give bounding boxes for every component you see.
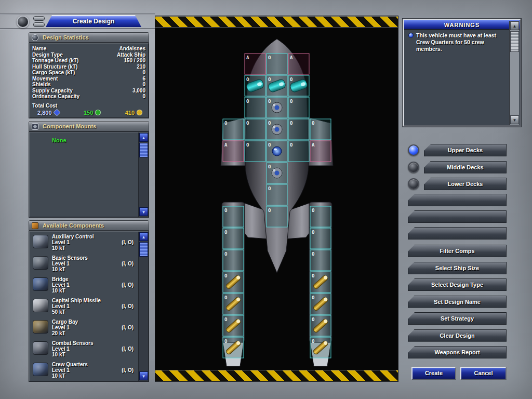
- component-mounts-panel: None: [29, 131, 149, 218]
- hazard-stripe-bottom: [155, 370, 398, 381]
- page-title: Create Design: [46, 15, 141, 27]
- warnings-list: This vehicle must have at least Crew Qua…: [406, 30, 506, 122]
- component-slot[interactable]: O: [310, 337, 331, 358]
- capital-ship-missile-list-item[interactable]: Capital Ship MissileLevel 150 kT(I, O): [30, 296, 138, 317]
- armor-slot[interactable]: A: [223, 141, 244, 162]
- cargo-bay-list-item[interactable]: Cargo BayLevel 120 kT(I, O): [30, 317, 138, 338]
- scroll-up-button[interactable]: [139, 232, 148, 241]
- scroll-thumb[interactable]: [139, 143, 148, 157]
- weapons-report-button[interactable]: Weapons Report: [408, 346, 507, 358]
- component-slot[interactable]: O: [245, 97, 265, 118]
- component-slot[interactable]: O: [223, 294, 244, 314]
- lower-decks-radio[interactable]: [408, 178, 419, 190]
- middle-decks-button[interactable]: Middle Decks: [424, 161, 507, 174]
- stat-label: Supply Capacity: [32, 88, 73, 94]
- scroll-up-button[interactable]: [139, 133, 148, 142]
- middle-decks-radio[interactable]: [408, 162, 419, 173]
- lower-decks-button[interactable]: Lower Decks: [424, 178, 507, 190]
- hazard-stripe-top: [155, 16, 398, 28]
- filter-comps-button[interactable]: Filter Comps: [408, 245, 507, 257]
- component-slot[interactable]: O: [288, 119, 309, 140]
- stat-row: Ordnance Capacity0: [32, 94, 145, 100]
- window-control-knob[interactable]: [17, 16, 29, 28]
- groove-line: [0, 28, 155, 30]
- component-slot[interactable]: O: [310, 294, 331, 314]
- upper-decks-row: Upper Decks: [408, 144, 507, 156]
- ship-design-grid[interactable]: AOAOOOOOOOOOOOAOOOAOOOOOOOOOOOOOOOOO: [177, 28, 377, 370]
- armor-slot[interactable]: A: [310, 141, 331, 162]
- component-slot[interactable]: O: [267, 206, 287, 227]
- component-slot[interactable]: O: [223, 228, 244, 249]
- combat-sensors-list-item[interactable]: Combat SensorsLevel 110 kT(I, O): [30, 338, 138, 360]
- component-slot[interactable]: O: [310, 272, 331, 292]
- scroll-down-button[interactable]: [139, 207, 148, 216]
- create-button[interactable]: Create: [411, 367, 456, 380]
- armor-slot[interactable]: A: [288, 54, 309, 74]
- component-slot[interactable]: O: [310, 250, 331, 271]
- slot-label: O: [224, 230, 228, 235]
- upper-decks-button[interactable]: Upper Decks: [424, 144, 507, 156]
- component-slot[interactable]: O: [223, 250, 244, 271]
- slot-label: O: [246, 121, 249, 126]
- empty-slot-bar: [408, 227, 507, 240]
- component-slot[interactable]: O: [223, 119, 244, 140]
- groove-line: [0, 14, 155, 15]
- empty-slot-bar: [408, 210, 507, 223]
- total-cost-minerals: 2,800: [37, 110, 60, 116]
- component-slot-types: (I, O): [122, 367, 134, 373]
- scroll-down-button[interactable]: [139, 371, 148, 380]
- component-slot[interactable]: O: [223, 272, 244, 292]
- scroll-down-button[interactable]: [510, 115, 519, 124]
- component-slot[interactable]: O: [245, 75, 265, 96]
- dome-component-icon: [272, 147, 282, 156]
- component-slot[interactable]: O: [310, 228, 331, 249]
- auxiliary-control-list-item[interactable]: Auxiliary ControlLevel 110 kT(I, O): [30, 232, 138, 253]
- slot-label: O: [312, 273, 315, 278]
- component-slot[interactable]: O: [288, 141, 309, 162]
- component-slot[interactable]: O: [223, 206, 244, 227]
- component-slot[interactable]: O: [267, 119, 287, 140]
- crew-quarters-list-item[interactable]: Crew QuartersLevel 110 kT(I, O): [30, 360, 138, 381]
- component-slot[interactable]: O: [223, 337, 244, 358]
- component-slot[interactable]: O: [267, 141, 287, 162]
- clear-design-button[interactable]: Clear Design: [408, 329, 507, 342]
- set-design-name-button[interactable]: Set Design Name: [408, 296, 507, 308]
- cancel-button[interactable]: Cancel: [460, 367, 507, 380]
- component-slot[interactable]: O: [245, 119, 265, 140]
- component-slot[interactable]: O: [267, 97, 287, 118]
- slot-label: O: [224, 208, 228, 213]
- component-slot[interactable]: O: [267, 54, 287, 74]
- component-slot[interactable]: O: [288, 75, 309, 96]
- stat-row: Tonnage Used (kT)150 / 200: [32, 58, 145, 64]
- selected-mount[interactable]: None: [52, 137, 66, 143]
- component-slot[interactable]: O: [310, 206, 331, 227]
- window-minimize-button[interactable]: [33, 16, 45, 21]
- basic-sensors-list-item[interactable]: Basic SensorsLevel 110 kT(I, O): [30, 253, 138, 274]
- component-slot[interactable]: O: [245, 141, 265, 162]
- component-slot[interactable]: O: [310, 315, 331, 336]
- component-slot[interactable]: O: [267, 75, 287, 96]
- statistics-rows: NameAndalsnesDesign TypeAttack ShipTonna…: [29, 43, 149, 100]
- scroll-thumb[interactable]: [510, 31, 519, 52]
- slot-label: O: [290, 142, 293, 148]
- middle-decks-row: Middle Decks: [408, 161, 507, 174]
- bridge-list-item[interactable]: BridgeLevel 110 kT(I, O): [30, 274, 138, 296]
- armor-slot[interactable]: A: [245, 54, 265, 74]
- component-slot[interactable]: O: [267, 184, 287, 205]
- warning-text: This vehicle must have at least Crew Qua…: [416, 32, 504, 52]
- stat-value: Andalsnes: [119, 46, 145, 52]
- component-slot[interactable]: O: [223, 315, 244, 336]
- scroll-up-button[interactable]: [510, 21, 519, 30]
- component-slot[interactable]: O: [310, 119, 331, 140]
- component-slot[interactable]: O: [267, 163, 287, 183]
- component-name: Auxiliary Control: [52, 234, 136, 240]
- window-maximize-button[interactable]: [33, 22, 45, 27]
- select-ship-size-button[interactable]: Select Ship Size: [408, 262, 507, 274]
- upper-decks-radio[interactable]: [408, 144, 419, 156]
- slot-label: O: [268, 208, 271, 213]
- slot-label: A: [312, 142, 315, 148]
- set-strategy-button[interactable]: Set Strategy: [408, 312, 507, 325]
- select-design-type-button[interactable]: Select Design Type: [408, 278, 507, 291]
- component-slot[interactable]: O: [288, 97, 309, 118]
- scroll-thumb[interactable]: [139, 242, 148, 257]
